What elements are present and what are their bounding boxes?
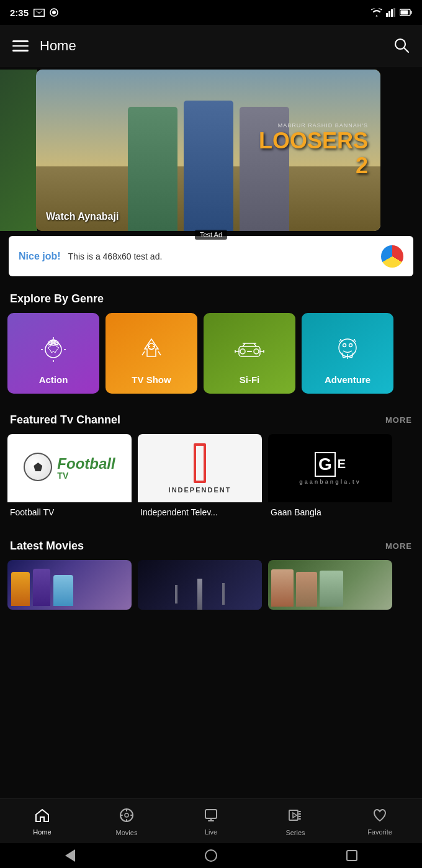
ge-letter-g: G [315, 452, 336, 477]
genre-card-tvshow[interactable]: TV Show [106, 313, 197, 394]
movie-card-3[interactable] [268, 560, 392, 610]
svg-rect-5 [393, 8, 395, 17]
gaanbangla-name: Gaan Bangla [268, 502, 392, 520]
building-center [197, 579, 202, 610]
movies-more-button[interactable]: MORE [385, 541, 412, 551]
movie-card-1[interactable] [7, 560, 132, 610]
app-bar-left: Home [12, 38, 76, 54]
scifi-icon [234, 334, 265, 369]
recent-square-icon [346, 850, 357, 861]
android-back-button[interactable] [61, 847, 79, 864]
android-home-button[interactable] [202, 847, 220, 864]
favorite-nav-icon [372, 808, 387, 826]
adventure-icon [332, 334, 363, 369]
android-recent-button[interactable] [343, 847, 361, 864]
time-display: 2:35 [10, 7, 29, 18]
football-tv-logo: Football TV [24, 453, 115, 484]
movies-section-header: Latest Movies MORE [0, 528, 422, 560]
bottom-spacer [0, 618, 422, 693]
football-tv-name: Football TV [7, 502, 132, 520]
movie-1-bg [7, 560, 132, 610]
svg-point-16 [254, 349, 259, 354]
search-button[interactable] [393, 37, 410, 55]
channels-more-button[interactable]: MORE [385, 415, 412, 425]
hamburger-line-1 [12, 40, 29, 42]
nav-item-live[interactable]: Live [189, 808, 233, 836]
svg-point-19 [349, 344, 352, 347]
hero-side-slide [0, 70, 37, 231]
hero-main-slide[interactable]: MABRUR RASHID BANNAH'S LOOSERS2 Watch Ay… [36, 70, 380, 231]
ge-letter-e: E [338, 457, 346, 471]
genre-card-scifi[interactable]: Si-Fi [204, 313, 295, 394]
building-left [175, 585, 177, 604]
android-nav-bar [0, 843, 422, 868]
genre-card-adventure[interactable]: Adventure [302, 313, 393, 394]
person-b [296, 572, 317, 607]
hero-watch-label: Watch Aynabaji [46, 211, 119, 222]
ad-description: This is a 468x60 test ad. [68, 251, 374, 261]
channels-section-header: Featured Tv Channel MORE [0, 402, 422, 434]
favorite-nav-label: Favorite [367, 828, 392, 836]
svg-rect-3 [388, 11, 390, 17]
svg-rect-2 [386, 13, 388, 17]
ad-logo [381, 245, 403, 268]
movies-section-title: Latest Movies [10, 540, 84, 553]
genre-section-title: Explore By Genre [10, 292, 104, 305]
svg-point-15 [240, 349, 245, 354]
gaanbangla-letters: G E [315, 452, 346, 477]
battery-icon [400, 9, 412, 16]
svg-rect-22 [205, 810, 217, 818]
movie-3-thumbnail [268, 560, 392, 610]
status-bar: 2:35 [0, 0, 422, 25]
gaanbangla-logo: G E gaanbangla.tv [299, 452, 361, 485]
football-brand-text: Football [57, 456, 115, 471]
char-2 [33, 569, 50, 606]
hero-background: MABRUR RASHID BANNAH'S LOOSERS2 [36, 70, 380, 231]
circle-status-icon [50, 8, 58, 17]
action-icon [38, 334, 69, 369]
genre-card-action[interactable]: Action [7, 313, 99, 394]
nav-item-series[interactable]: Series [274, 808, 317, 836]
svg-line-10 [404, 48, 408, 52]
independent-name: Independent Telev... [138, 502, 262, 520]
channel-card-gaanbangla[interactable]: G E gaanbangla.tv Gaan Bangla [268, 434, 392, 520]
football-tv-text: TV [57, 471, 115, 480]
football-ball [24, 453, 52, 481]
ad-tag-label: Test Ad [195, 230, 227, 240]
nav-item-favorite[interactable]: Favorite [358, 808, 402, 836]
svg-rect-4 [391, 9, 393, 17]
home-nav-icon [35, 808, 50, 826]
series-nav-label: Series [285, 829, 305, 836]
home-nav-label: Home [33, 828, 51, 836]
ad-banner: Test Ad Nice job! This is a 468x60 test … [9, 236, 413, 276]
svg-point-21 [125, 813, 128, 817]
hero-carousel[interactable]: MABRUR RASHID BANNAH'S LOOSERS2 Watch Ay… [0, 70, 422, 231]
home-circle-icon [205, 849, 217, 862]
independent-i-symbol [194, 443, 206, 483]
ad-highlight-text: Nice job! [19, 251, 61, 262]
adventure-label: Adventure [325, 374, 370, 385]
movie-3-bg [268, 560, 392, 610]
building-right [222, 583, 225, 605]
back-triangle-icon [65, 849, 75, 862]
hamburger-menu-button[interactable] [12, 40, 29, 52]
movie-card-2[interactable] [138, 560, 262, 610]
person-a [271, 569, 294, 607]
nav-item-movies[interactable]: Movies [105, 808, 148, 836]
signal-icon [386, 8, 396, 17]
tvshow-icon [136, 334, 167, 369]
nav-item-home[interactable]: Home [20, 808, 64, 836]
channel-card-football[interactable]: Football TV Football TV [7, 434, 132, 520]
live-nav-label: Live [205, 828, 217, 836]
svg-point-18 [343, 344, 346, 347]
hero-person-2 [184, 101, 233, 231]
channel-card-independent[interactable]: INDEPENDENT Independent Telev... [138, 434, 262, 520]
channel-grid: Football TV Football TV INDEPENDENT Inde… [0, 434, 422, 528]
scifi-label: Si-Fi [240, 374, 260, 385]
hero-person-1 [128, 107, 177, 231]
action-label: Action [39, 374, 68, 385]
person-c [320, 571, 343, 607]
football-text-area: Football TV [57, 456, 115, 480]
movie-2-bg [138, 560, 262, 610]
svg-rect-7 [401, 11, 408, 15]
